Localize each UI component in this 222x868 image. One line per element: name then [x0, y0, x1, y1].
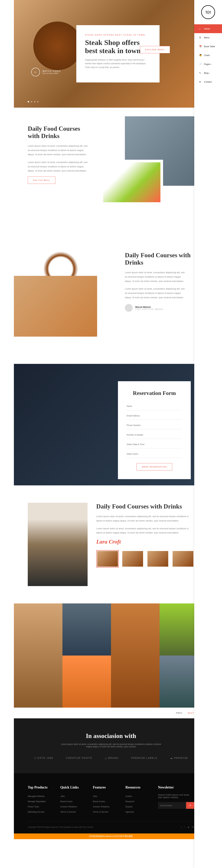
see-menu-button[interactable]: See Full Menu [28, 177, 55, 184]
author-block: Marvel Maison CHIEF EXECUTIVE, AMAZON [125, 304, 194, 312]
dish-gallery [96, 550, 194, 567]
footer-link[interactable]: Terms of Service [60, 809, 83, 814]
footer-column: FeaturesJobsBrand AssetsInvestor Relatio… [93, 785, 115, 814]
newsletter-submit[interactable]: ✈ [186, 802, 194, 809]
select-event-input[interactable] [127, 450, 182, 458]
dot[interactable] [31, 101, 32, 102]
photo-grid [14, 603, 208, 708]
footer-link[interactable]: Guides [125, 794, 148, 799]
nav-item-home[interactable]: ⌂Home [194, 24, 222, 33]
daily-food-section-2: Daily Food Courses with Drinks Lorem ips… [14, 227, 208, 329]
dot[interactable] [34, 101, 35, 102]
nav-item-pages[interactable]: 📄Pages › [194, 60, 222, 69]
section-title: Daily Food Courses with Drinks [125, 252, 194, 266]
select-date---time-input[interactable] [127, 441, 182, 448]
number-of-people-input[interactable] [127, 431, 182, 439]
next-button[interactable]: NEXT [188, 712, 194, 714]
footer-link[interactable]: Brand Assets [93, 799, 115, 804]
section-text: Lorem ipsum dolor sit amet, consectetur … [96, 515, 194, 523]
nav-item-blog[interactable]: ✎Blog › [194, 69, 222, 78]
nav-icon: ☰ [199, 36, 202, 39]
nav-item-contact[interactable]: ✉Contact [194, 78, 222, 86]
footer-link[interactable]: Manage Reputation [28, 799, 50, 804]
dot[interactable] [37, 101, 38, 102]
bottom-banner[interactable]: 访问更多精品bbs.idenau.com元代码下载站最新 [14, 833, 208, 839]
nav-icon: 📄 [199, 63, 202, 65]
author-name: Marvel Maison [135, 306, 163, 308]
twitter-icon[interactable]: t [184, 826, 185, 828]
section-text: Lorem ipsum dolor sit amet, consectetur … [96, 527, 194, 535]
dot[interactable] [28, 101, 29, 102]
gallery-thumb[interactable] [147, 550, 169, 567]
nav-icon: ✎ [199, 72, 202, 74]
name-input[interactable] [127, 402, 182, 410]
footer-link[interactable]: Power Tools [28, 804, 50, 809]
form-title: Reservation Form [127, 390, 182, 396]
gallery-thumb[interactable] [172, 550, 194, 567]
photo-item[interactable] [62, 603, 111, 655]
nav-item-booktable[interactable]: 📅Book Table [194, 42, 222, 51]
behance-icon[interactable]: Be [192, 826, 194, 828]
signature: Lara Croft [96, 538, 194, 545]
footer-link[interactable]: Investor Relations [93, 804, 115, 809]
footer-col-title: Features [93, 785, 115, 789]
dribbble-icon[interactable]: ◉ [188, 826, 189, 828]
nav-label: Chefs [204, 54, 210, 57]
footer-column: Quick LinksJobsBrand AssetsInvestor Rela… [60, 785, 83, 814]
nav-item-chefs[interactable]: 👨Chefs [194, 51, 222, 60]
brand-logo: ⬡ ESTD 1986 [34, 756, 53, 759]
email-address-input[interactable] [127, 412, 182, 420]
hero-card: STEAK SHOP OFFERS BEST STEAK IN TOWN Ste… [76, 25, 160, 82]
photo-pager: PREV NEXT [14, 708, 208, 718]
hero-section: ▷ WATCH VIDEO See our story unfold STEAK… [14, 0, 208, 107]
photo-item[interactable] [62, 655, 111, 708]
footer-link[interactable]: Jobs [93, 794, 115, 799]
association-section: In associasion with Lorem ipsum dolor si… [14, 718, 208, 773]
brand-logos: ⬡ ESTD 1986CREATIVE PHOTO△ BRANDPREMIUM … [28, 756, 194, 759]
footer-link[interactable]: Managed Website [28, 794, 50, 799]
hero-text: Inappropriate behavior is often laughed … [85, 58, 151, 69]
hero-tagline: STEAK SHOP OFFERS BEST STEAK IN TOWN [85, 34, 151, 36]
footer-link[interactable]: Brand Assets [60, 799, 83, 804]
footer-link[interactable]: Investor Relations [60, 804, 83, 809]
nav-icon: 👨 [199, 54, 202, 57]
footer-link[interactable]: Jobs [60, 794, 83, 799]
nav-icon: 📅 [199, 45, 202, 48]
watch-video-button[interactable]: ▷ WATCH VIDEO See our story unfold [31, 68, 61, 76]
section-title: Daily Food Courses with Drinks [96, 503, 194, 510]
gallery-thumb[interactable] [96, 550, 119, 567]
footer-column: Top ProductsManaged WebsiteManage Reputa… [28, 785, 50, 814]
chef-image [28, 503, 88, 586]
footer-link[interactable]: Agencies [125, 809, 148, 814]
photo-item[interactable] [14, 603, 62, 708]
phone-number-input[interactable] [127, 422, 182, 429]
assoc-title: In associasion with [28, 732, 194, 740]
nav-icon: ✉ [199, 81, 202, 83]
newsletter-input[interactable] [158, 802, 186, 809]
nav-item-menu[interactable]: ☰Menu [194, 33, 222, 42]
brand-logo: △ BRAND [105, 756, 119, 759]
gallery-thumb[interactable] [121, 550, 144, 567]
social-links: f t ◉ Be [181, 826, 194, 828]
photo-item[interactable] [111, 603, 160, 708]
footer-link[interactable]: Marketing Service [28, 809, 50, 814]
facebook-icon[interactable]: f [181, 826, 182, 828]
make-reservation-button[interactable]: MAKE RESERVATION [136, 463, 172, 470]
explore-menu-button[interactable]: EXPLORE MENU [140, 46, 170, 53]
prev-button[interactable]: PREV [176, 712, 183, 714]
reservation-section: Reservation Form MAKE RESERVATION [14, 364, 208, 485]
section-text: Lorem ipsum dolor sit amet, consectetur … [125, 271, 187, 283]
newsletter-text: Heaven fruitful doesn't over lesser days… [158, 794, 194, 799]
footer-link[interactable]: Research [125, 799, 148, 804]
reservation-form: Reservation Form MAKE RESERVATION [118, 381, 191, 479]
nav-icon: ⌂ [199, 27, 202, 30]
assoc-text: Lorem ipsum dolor sit amet, consectetur … [59, 743, 163, 748]
logo-icon[interactable]: 🍽 [201, 5, 215, 19]
nav-label: Pages › [204, 63, 212, 65]
watch-label: WATCH VIDEO [42, 70, 61, 72]
section-text: Lorem ipsum dolor sit amet, consectetur … [28, 144, 90, 157]
footer-link[interactable]: Terms of Service [93, 809, 115, 814]
brand-logo: ☁ PREMIUM [170, 756, 188, 759]
footer-link[interactable]: Experts [125, 804, 148, 809]
nav-label: Menu [204, 36, 210, 39]
